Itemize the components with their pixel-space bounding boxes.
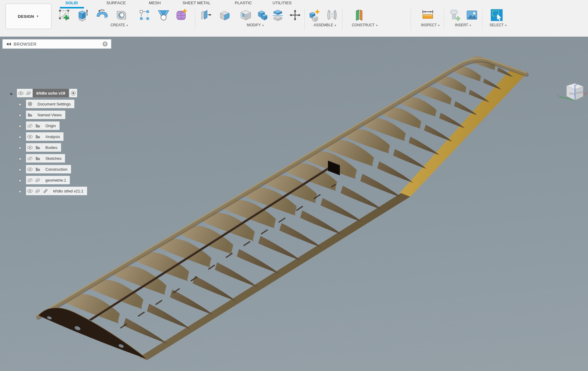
move-copy-button[interactable] xyxy=(290,8,300,22)
canvas-image-button[interactable] xyxy=(465,8,479,22)
expand-arrow-icon[interactable] xyxy=(18,189,22,193)
insert-group-label[interactable]: INSERT▼ xyxy=(455,23,472,27)
wing-rib[interactable] xyxy=(393,149,427,169)
expand-arrow-icon[interactable] xyxy=(18,146,22,149)
visibility-eye-icon[interactable] xyxy=(26,187,34,195)
tab-solid[interactable]: SOLID xyxy=(65,1,78,5)
visibility-eye-off-icon[interactable] xyxy=(26,121,34,130)
browser-row[interactable]: Document Settings xyxy=(26,100,74,108)
expand-arrow-icon[interactable] xyxy=(18,156,22,160)
wing-rib[interactable] xyxy=(469,90,489,102)
row-label[interactable]: Sketches xyxy=(42,156,65,161)
tab-sheet-metal[interactable]: SHEET METAL xyxy=(183,1,211,5)
browser-row[interactable]: křídlo střed v21:1 xyxy=(26,187,87,195)
fillet-button[interactable] xyxy=(218,8,232,22)
wing-rib[interactable] xyxy=(193,276,236,301)
visibility-eye-off-icon[interactable] xyxy=(26,154,34,163)
expand-arrow-expanded-icon[interactable] xyxy=(10,91,13,95)
visibility-eye-icon[interactable] xyxy=(26,132,34,141)
wing-rib[interactable] xyxy=(424,125,452,142)
browser-row[interactable]: Sketches xyxy=(26,154,65,163)
row-label[interactable]: křídlo ucho v19 xyxy=(33,89,69,97)
wing-rib[interactable] xyxy=(300,211,343,235)
modify-group-label[interactable]: MODIFY▼ xyxy=(247,23,264,27)
create-group-label[interactable]: CREATE▼ xyxy=(111,23,128,27)
split-body-button[interactable] xyxy=(271,8,285,22)
inspect-group-label[interactable]: INSPECT▼ xyxy=(421,23,440,27)
expand-arrow-icon[interactable] xyxy=(18,113,22,117)
row-label[interactable]: Named Views xyxy=(34,113,65,117)
visibility-eye-icon[interactable] xyxy=(26,165,34,173)
visibility-eye-icon[interactable] xyxy=(17,89,25,97)
visibility-eye-icon[interactable] xyxy=(26,143,34,152)
wing-rib[interactable] xyxy=(341,186,383,210)
assemble-group-label[interactable]: ASSEMBLE▼ xyxy=(313,23,336,27)
combine-button[interactable] xyxy=(256,8,270,22)
create-form-button[interactable] xyxy=(174,8,188,22)
insert-derive-button[interactable] xyxy=(448,8,462,22)
row-label[interactable]: Bodies xyxy=(42,145,61,150)
row-label[interactable]: Origin xyxy=(42,124,60,128)
tab-surface[interactable]: SURFACE xyxy=(106,1,126,5)
browser-collapse-icon[interactable] xyxy=(6,43,11,46)
visibility-eye-off-icon[interactable] xyxy=(26,176,34,184)
main-spar[interactable] xyxy=(84,166,332,324)
joint-button[interactable] xyxy=(325,8,339,22)
expand-arrow-icon[interactable] xyxy=(18,135,22,138)
press-pull-button[interactable] xyxy=(199,8,213,22)
extrude-button[interactable] xyxy=(76,8,89,22)
tab-utilities[interactable]: UTILITIES xyxy=(272,1,291,5)
select-group-label[interactable]: SELECT▼ xyxy=(489,23,507,27)
web-button[interactable] xyxy=(157,8,171,22)
rectangular-pattern-button[interactable] xyxy=(138,8,151,22)
revolve-button[interactable] xyxy=(95,8,109,22)
browser-row[interactable]: Construction xyxy=(26,165,71,173)
browser-row[interactable]: křídlo ucho v19 xyxy=(17,89,77,97)
row-label[interactable]: geometrie:1 xyxy=(42,178,70,182)
wing-rib[interactable] xyxy=(320,198,363,222)
tab-plastic[interactable]: PLASTIC xyxy=(235,1,252,5)
expand-arrow-icon[interactable] xyxy=(18,167,22,171)
browser-row[interactable]: Origin xyxy=(26,121,60,130)
browser-minimize-button[interactable] xyxy=(103,42,107,46)
design-menu-button[interactable]: DESIGN ▼ xyxy=(5,4,51,29)
new-component-button[interactable] xyxy=(308,8,322,22)
shell-button[interactable] xyxy=(239,8,253,22)
wing-rib[interactable] xyxy=(170,290,213,315)
wing-rib[interactable] xyxy=(215,262,258,287)
expand-arrow-icon[interactable] xyxy=(18,124,22,127)
select-button[interactable] xyxy=(490,8,504,22)
root-rib[interactable] xyxy=(38,308,148,359)
construct-group-label[interactable]: CONSTRUCT▼ xyxy=(352,23,378,27)
row-label[interactable]: křídlo střed v21:1 xyxy=(50,189,87,193)
row-label[interactable]: Document Settings xyxy=(34,102,74,106)
expand-arrow-icon[interactable] xyxy=(18,102,22,106)
row-label[interactable]: Analysis xyxy=(42,134,63,139)
browser-row[interactable]: Bodies xyxy=(26,143,61,152)
hole-button[interactable] xyxy=(114,8,128,22)
browser-row[interactable]: Analysis xyxy=(26,132,63,141)
view-cube[interactable]: LEFT FRONT Z Y X xyxy=(556,83,588,108)
wing-rib[interactable] xyxy=(279,223,322,247)
measure-button[interactable] xyxy=(421,8,435,22)
construct-plane-button[interactable] xyxy=(352,8,366,22)
row-label[interactable]: Construction xyxy=(42,167,71,172)
wing-rib[interactable] xyxy=(377,161,414,183)
wing-rib[interactable] xyxy=(409,137,440,155)
activate-radio-button[interactable] xyxy=(69,89,77,97)
wing-rib[interactable] xyxy=(360,174,402,198)
viewport-canvas[interactable]: LEFT FRONT Z Y X BROWSER křídlo ucho v19… xyxy=(0,37,588,371)
browser-row[interactable]: Named Views xyxy=(26,111,65,119)
browser-panel-header: BROWSER xyxy=(2,39,111,49)
wing-rib[interactable] xyxy=(237,249,280,274)
tab-mesh[interactable]: MESH xyxy=(149,1,161,5)
wing-rib[interactable] xyxy=(147,304,191,329)
wing-rib[interactable] xyxy=(454,101,477,115)
wing-rib[interactable] xyxy=(258,236,301,261)
expand-arrow-icon[interactable] xyxy=(18,178,22,182)
browser-row[interactable]: geometrie:1 xyxy=(26,176,70,184)
wing-model[interactable] xyxy=(0,37,588,371)
create-sketch-button[interactable] xyxy=(58,8,72,22)
wing-rib[interactable] xyxy=(439,113,465,128)
wing-rib[interactable] xyxy=(123,318,167,344)
